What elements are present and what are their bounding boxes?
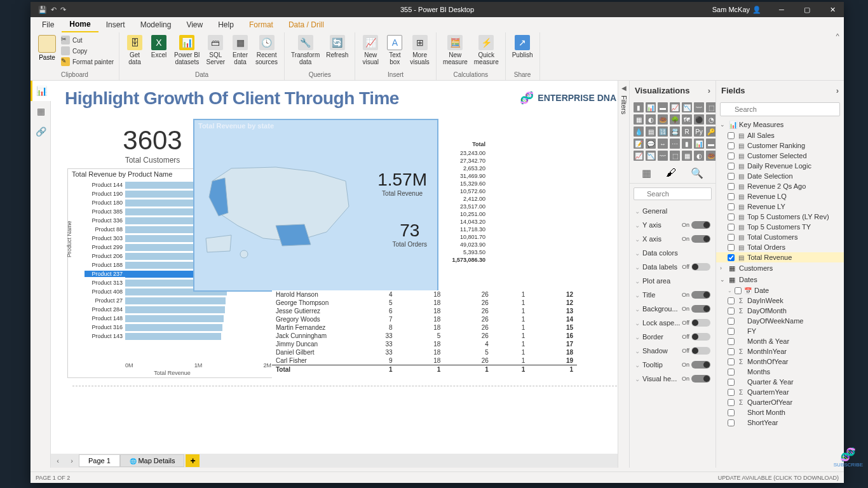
report-canvas[interactable]: Highlight Growth Of Client Through Time …	[51, 81, 629, 454]
fields-table[interactable]: ⌄▦Dates	[716, 274, 844, 285]
viz-type-button[interactable]: 🔑	[706, 126, 715, 137]
menu-home[interactable]: Home	[62, 17, 98, 32]
fields-field[interactable]: ▤Daily Revenue Logic	[716, 161, 844, 171]
matrix-visual[interactable]: Harold Hanson41826112George Thompson5182…	[272, 290, 577, 382]
format-section[interactable]: ⌄ShadowOff	[630, 344, 715, 358]
format-section[interactable]: ⌄X axisOn	[630, 232, 715, 246]
fields-table[interactable]: ⌄📊Key Measures	[716, 119, 844, 130]
table-row[interactable]: Carl Fisher91826119	[272, 356, 577, 365]
redo-icon[interactable]: ↷	[60, 6, 66, 14]
viz-type-button[interactable]: R	[682, 126, 692, 137]
viz-type-button[interactable]: 🔢	[658, 126, 668, 137]
menu-format[interactable]: Format	[241, 18, 281, 32]
bar-row[interactable]: Product 284	[85, 305, 271, 314]
viz-type-button[interactable]: 📊	[646, 102, 656, 112]
fields-field[interactable]: ΣQuarternYear	[716, 387, 844, 397]
fields-field[interactable]: ▤Customer Selected	[716, 151, 844, 161]
viz-type-button[interactable]: ▮	[682, 139, 692, 149]
bar-row[interactable]: Product 143	[85, 332, 271, 341]
table-row[interactable]: Martin Fernandez81826115	[272, 323, 577, 332]
viz-type-button[interactable]: 🍩	[658, 114, 668, 125]
pbi-datasets-button[interactable]: 📊Power BI datasets	[172, 34, 203, 67]
fields-field[interactable]: Month & Year	[716, 336, 844, 346]
table-row[interactable]: Gregory Woods71826114	[272, 315, 577, 323]
viz-type-button[interactable]: 📉	[682, 102, 692, 112]
expand-icon[interactable]: ◀	[621, 85, 627, 92]
toggle[interactable]	[691, 291, 710, 299]
toggle[interactable]	[691, 347, 710, 355]
viz-type-button[interactable]: ▤	[646, 126, 656, 137]
viz-type-button[interactable]: ⚫	[694, 114, 704, 125]
fields-field[interactable]: ⌄📅Date	[716, 285, 844, 295]
save-icon[interactable]: 💾	[38, 6, 47, 14]
map-visual[interactable]: Total Revenue by state 1.57MTotal Revenu…	[193, 119, 438, 292]
format-tab-button[interactable]: 🖌	[666, 167, 676, 179]
sql-server-button[interactable]: 🗃SQL Server	[204, 34, 227, 67]
format-painter-button[interactable]: ✎Format painter	[60, 57, 115, 67]
new-measure-button[interactable]: 🧮New measure	[440, 34, 470, 67]
next-page-button[interactable]: ›	[65, 454, 79, 468]
format-section[interactable]: ⌄BorderOff	[630, 330, 715, 344]
close-button[interactable]: ✕	[821, 2, 844, 17]
fields-field[interactable]: FY	[716, 326, 844, 336]
bar-row[interactable]: Product 148	[85, 314, 271, 323]
table-row[interactable]: Jimmy Duncan33184117	[272, 340, 577, 348]
fields-field[interactable]: ▤Customer Ranking	[716, 140, 844, 151]
model-view-button[interactable]: 🔗	[31, 121, 51, 142]
format-section[interactable]: ⌄Backgrou...On	[630, 302, 715, 316]
viz-type-button[interactable]: Py	[694, 126, 704, 137]
undo-icon[interactable]: ↶	[51, 6, 57, 14]
fields-field[interactable]: ΣQuarterOfYear	[716, 397, 844, 407]
viz-type-button[interactable]: ◔	[706, 114, 715, 125]
viz-type-button[interactable]: ◐	[694, 151, 704, 161]
fields-search-input[interactable]	[720, 102, 840, 116]
fields-field[interactable]: Months	[716, 367, 844, 377]
format-section[interactable]: ⌄Visual he...On	[630, 372, 715, 386]
fields-field[interactable]: ▤Revenue 2 Qs Ago	[716, 181, 844, 191]
viz-type-button[interactable]: 🌳	[670, 114, 680, 125]
menu-insert[interactable]: Insert	[98, 18, 133, 32]
user-account[interactable]: Sam McKay👤	[712, 6, 761, 14]
menu-view[interactable]: View	[179, 18, 210, 32]
toggle[interactable]	[691, 263, 710, 271]
fields-field[interactable]: ΣDayOfMonth	[716, 306, 844, 316]
tab-page-1[interactable]: Page 1	[79, 454, 120, 467]
toggle[interactable]	[691, 333, 710, 341]
toggle[interactable]	[691, 375, 710, 383]
fields-tab-button[interactable]: ▦	[642, 167, 651, 179]
fields-field[interactable]: ▤Total Orders	[716, 242, 844, 252]
menu-file[interactable]: File	[34, 18, 62, 32]
enter-data-button[interactable]: ▦Enter data	[229, 34, 252, 67]
add-page-button[interactable]: +	[186, 454, 200, 467]
menu-datadrill[interactable]: Data / Drill	[281, 18, 332, 32]
format-section[interactable]: ⌄Plot area	[630, 274, 715, 288]
viz-type-button[interactable]: 📝	[634, 139, 644, 149]
format-section[interactable]: ⌄Lock aspe...Off	[630, 316, 715, 330]
viz-type-button[interactable]: ▮	[634, 102, 644, 112]
collapse-viz-button[interactable]: ›	[708, 86, 710, 95]
fields-table[interactable]: ›▦Customers	[716, 262, 844, 274]
viz-type-button[interactable]: 🍩	[706, 151, 715, 161]
tab-map-details[interactable]: Map Details	[120, 454, 185, 467]
fields-field[interactable]: ▤All Sales	[716, 130, 844, 140]
quick-measure-button[interactable]: ⚡Quick measure	[471, 34, 501, 67]
viz-type-button[interactable]: 📇	[670, 126, 680, 137]
toggle[interactable]	[691, 305, 710, 313]
report-view-button[interactable]: 📊	[31, 81, 51, 101]
format-section[interactable]: ⌄TooltipOn	[630, 358, 715, 372]
transform-data-button[interactable]: 🔧Transform data	[288, 34, 322, 67]
cut-button[interactable]: ✂Cut	[60, 35, 115, 45]
new-visual-button[interactable]: 📈New visual	[359, 34, 382, 67]
data-view-button[interactable]: ▦	[31, 101, 51, 121]
viz-type-button[interactable]: 📉	[646, 151, 656, 161]
recent-sources-button[interactable]: 🕓Recent sources	[253, 34, 280, 67]
viz-type-button[interactable]: 〰	[658, 151, 668, 161]
viz-type-button[interactable]: 📈	[634, 151, 644, 161]
publish-button[interactable]: ↗Publish	[510, 34, 536, 60]
minimize-button[interactable]: ─	[770, 2, 793, 17]
viz-type-button[interactable]: ▦	[634, 114, 644, 125]
menu-modeling[interactable]: Modeling	[133, 18, 179, 32]
paste-button[interactable]: Paste	[34, 34, 60, 67]
viz-type-button[interactable]: ▬	[706, 139, 715, 149]
maximize-button[interactable]: ▢	[796, 2, 818, 17]
